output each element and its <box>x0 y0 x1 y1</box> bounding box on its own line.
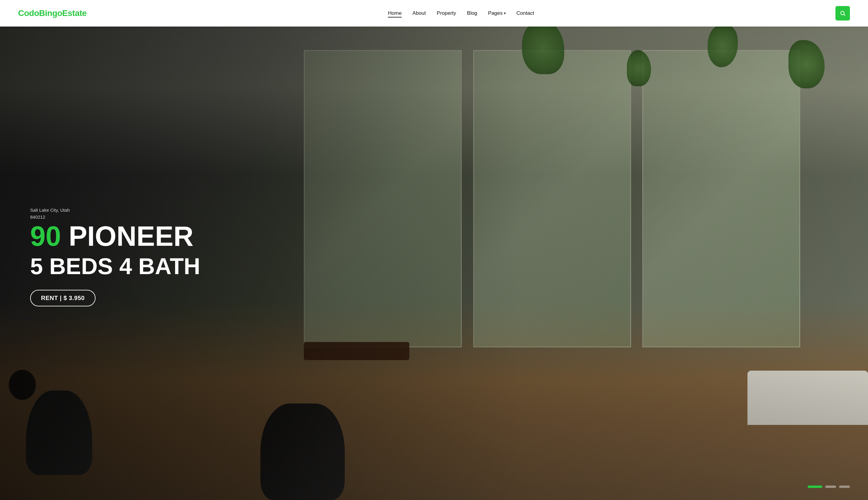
search-icon <box>840 10 846 16</box>
hero-number: 90 <box>30 221 61 251</box>
nav-link-pages[interactable]: Pages ▾ <box>488 10 506 16</box>
nav-link-home[interactable]: Home <box>388 10 402 18</box>
nav-link-property[interactable]: Property <box>437 10 456 16</box>
hero-location: Salt Lake City, Utah 840212 <box>30 207 200 220</box>
search-button[interactable] <box>835 6 850 21</box>
nav-item-contact[interactable]: Contact <box>517 10 534 16</box>
nav-item-pages[interactable]: Pages ▾ <box>488 10 506 16</box>
hero-content: Salt Lake City, Utah 840212 90 PIONEER 5… <box>30 194 200 306</box>
nav-links: Home About Property Blog Pages ▾ Contact <box>388 10 534 16</box>
hero-city: Salt Lake City, Utah <box>30 207 70 213</box>
nav-item-blog[interactable]: Blog <box>467 10 477 16</box>
nav-link-contact[interactable]: Contact <box>517 10 534 16</box>
nav-link-blog[interactable]: Blog <box>467 10 477 16</box>
slider-dot-3[interactable] <box>839 486 850 488</box>
navbar: CodoBingoEstate Home About Property Blog… <box>0 0 868 26</box>
svg-point-0 <box>841 11 844 15</box>
nav-link-about[interactable]: About <box>413 10 426 16</box>
nav-item-property[interactable]: Property <box>437 10 456 16</box>
slider-dot-1[interactable] <box>808 486 822 488</box>
hero-title: 90 PIONEER <box>30 222 200 250</box>
chevron-down-icon: ▾ <box>504 11 506 15</box>
hero-zip: 840212 <box>30 214 45 219</box>
svg-line-1 <box>844 14 845 16</box>
nav-item-home[interactable]: Home <box>388 10 402 16</box>
logo[interactable]: CodoBingoEstate <box>18 9 86 18</box>
slider-dot-2[interactable] <box>825 486 836 488</box>
hero-slider-dots <box>808 486 850 488</box>
logo-text-black: CodoBingo <box>18 9 62 18</box>
hero-price-button[interactable]: RENT | $ 3.950 <box>30 290 95 306</box>
nav-item-about[interactable]: About <box>413 10 426 16</box>
hero-title-text: PIONEER <box>69 221 194 251</box>
logo-text-green: Estate <box>62 9 86 18</box>
hero-section: Salt Lake City, Utah 840212 90 PIONEER 5… <box>0 0 868 500</box>
hero-subtitle: 5 BEDS 4 BATH <box>30 255 200 278</box>
